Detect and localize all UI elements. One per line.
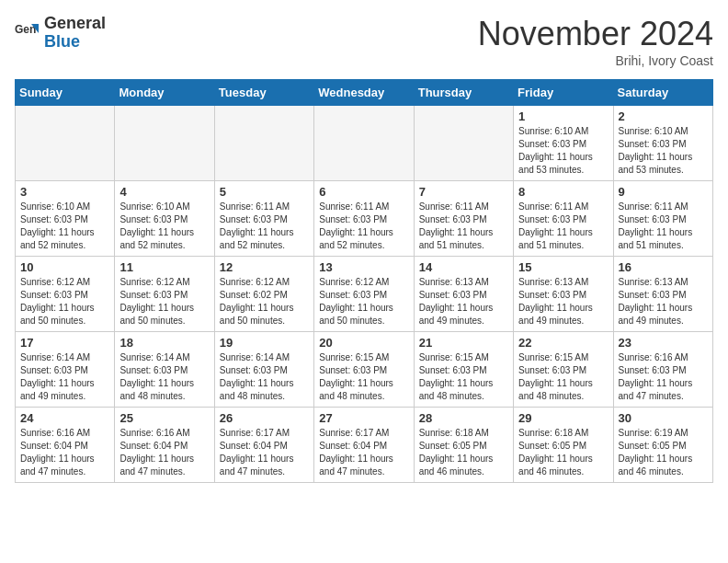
calendar-cell: 30Sunrise: 6:19 AMSunset: 6:05 PMDayligh…: [613, 408, 712, 483]
calendar-cell: 3Sunrise: 6:10 AMSunset: 6:03 PMDaylight…: [16, 181, 115, 257]
calendar-cell: [16, 106, 115, 181]
logo: Gen General Blue: [15, 15, 106, 52]
day-info: Sunrise: 6:16 AMSunset: 6:03 PMDaylight:…: [619, 351, 708, 403]
day-number: 15: [518, 260, 608, 274]
calendar-cell: [115, 106, 214, 181]
day-number: 27: [319, 411, 408, 425]
day-info: Sunrise: 6:11 AMSunset: 6:03 PMDaylight:…: [220, 201, 309, 252]
day-number: 6: [319, 185, 408, 199]
day-number: 25: [119, 411, 209, 425]
day-number: 20: [319, 336, 408, 350]
day-number: 22: [518, 336, 608, 350]
calendar-cell: 26Sunrise: 6:17 AMSunset: 6:04 PMDayligh…: [214, 408, 313, 483]
weekday-header: Saturday: [613, 80, 712, 106]
calendar-cell: 2Sunrise: 6:10 AMSunset: 6:03 PMDaylight…: [613, 106, 712, 181]
location: Brihi, Ivory Coast: [478, 53, 713, 68]
calendar-table: SundayMondayTuesdayWednesdayThursdayFrid…: [15, 79, 713, 483]
calendar-cell: 12Sunrise: 6:12 AMSunset: 6:02 PMDayligh…: [214, 257, 313, 332]
day-info: Sunrise: 6:13 AMSunset: 6:03 PMDaylight:…: [619, 276, 708, 327]
day-number: 4: [119, 185, 209, 199]
calendar-cell: 7Sunrise: 6:11 AMSunset: 6:03 PMDaylight…: [414, 181, 513, 257]
calendar-cell: 4Sunrise: 6:10 AMSunset: 6:03 PMDaylight…: [115, 181, 214, 257]
day-info: Sunrise: 6:13 AMSunset: 6:03 PMDaylight:…: [518, 276, 608, 327]
day-number: 29: [518, 411, 608, 425]
day-number: 5: [220, 185, 309, 199]
day-info: Sunrise: 6:15 AMSunset: 6:03 PMDaylight:…: [319, 351, 408, 403]
day-number: 1: [518, 109, 608, 123]
calendar-week-row: 1Sunrise: 6:10 AMSunset: 6:03 PMDaylight…: [16, 106, 713, 181]
day-number: 16: [619, 260, 708, 274]
calendar-week-row: 24Sunrise: 6:16 AMSunset: 6:04 PMDayligh…: [16, 408, 713, 483]
day-info: Sunrise: 6:10 AMSunset: 6:03 PMDaylight:…: [518, 125, 608, 177]
calendar-cell: 18Sunrise: 6:14 AMSunset: 6:03 PMDayligh…: [115, 332, 214, 408]
day-info: Sunrise: 6:18 AMSunset: 6:05 PMDaylight:…: [419, 427, 508, 478]
day-info: Sunrise: 6:10 AMSunset: 6:03 PMDaylight:…: [20, 201, 109, 252]
calendar-cell: 8Sunrise: 6:11 AMSunset: 6:03 PMDaylight…: [514, 181, 613, 257]
calendar-cell: 23Sunrise: 6:16 AMSunset: 6:03 PMDayligh…: [613, 332, 712, 408]
month-title: November 2024: [478, 15, 713, 53]
calendar-cell: 11Sunrise: 6:12 AMSunset: 6:03 PMDayligh…: [115, 257, 214, 332]
day-info: Sunrise: 6:12 AMSunset: 6:02 PMDaylight:…: [220, 276, 309, 327]
day-number: 30: [619, 411, 708, 425]
calendar-cell: 29Sunrise: 6:18 AMSunset: 6:05 PMDayligh…: [514, 408, 613, 483]
calendar-cell: 5Sunrise: 6:11 AMSunset: 6:03 PMDaylight…: [214, 181, 313, 257]
day-info: Sunrise: 6:12 AMSunset: 6:03 PMDaylight:…: [319, 276, 408, 327]
calendar-cell: 9Sunrise: 6:11 AMSunset: 6:03 PMDaylight…: [613, 181, 712, 257]
calendar-cell: 25Sunrise: 6:16 AMSunset: 6:04 PMDayligh…: [115, 408, 214, 483]
day-number: 8: [518, 185, 608, 199]
calendar-cell: 27Sunrise: 6:17 AMSunset: 6:04 PMDayligh…: [314, 408, 414, 483]
day-info: Sunrise: 6:14 AMSunset: 6:03 PMDaylight:…: [20, 351, 109, 403]
day-number: 2: [619, 109, 708, 123]
logo-general: General: [44, 14, 106, 32]
day-info: Sunrise: 6:15 AMSunset: 6:03 PMDaylight:…: [419, 351, 508, 403]
day-number: 19: [220, 336, 309, 350]
calendar-cell: 14Sunrise: 6:13 AMSunset: 6:03 PMDayligh…: [414, 257, 513, 332]
day-info: Sunrise: 6:15 AMSunset: 6:03 PMDaylight:…: [518, 351, 608, 403]
weekday-header: Friday: [514, 80, 613, 106]
calendar-cell: 19Sunrise: 6:14 AMSunset: 6:03 PMDayligh…: [214, 332, 313, 408]
calendar-cell: 13Sunrise: 6:12 AMSunset: 6:03 PMDayligh…: [314, 257, 414, 332]
day-info: Sunrise: 6:19 AMSunset: 6:05 PMDaylight:…: [619, 427, 708, 478]
day-info: Sunrise: 6:14 AMSunset: 6:03 PMDaylight:…: [119, 351, 209, 403]
day-info: Sunrise: 6:11 AMSunset: 6:03 PMDaylight:…: [319, 201, 408, 252]
day-info: Sunrise: 6:11 AMSunset: 6:03 PMDaylight:…: [518, 201, 608, 252]
calendar-cell: 17Sunrise: 6:14 AMSunset: 6:03 PMDayligh…: [16, 332, 115, 408]
day-info: Sunrise: 6:17 AMSunset: 6:04 PMDaylight:…: [319, 427, 408, 478]
weekday-header: Wednesday: [314, 80, 414, 106]
title-section: November 2024 Brihi, Ivory Coast: [478, 15, 713, 68]
day-number: 11: [119, 260, 209, 274]
calendar-cell: 22Sunrise: 6:15 AMSunset: 6:03 PMDayligh…: [514, 332, 613, 408]
day-number: 14: [419, 260, 508, 274]
day-info: Sunrise: 6:17 AMSunset: 6:04 PMDaylight:…: [220, 427, 309, 478]
weekday-header: Sunday: [16, 80, 115, 106]
weekday-header: Tuesday: [214, 80, 313, 106]
day-info: Sunrise: 6:13 AMSunset: 6:03 PMDaylight:…: [419, 276, 508, 327]
calendar-week-row: 17Sunrise: 6:14 AMSunset: 6:03 PMDayligh…: [16, 332, 713, 408]
day-info: Sunrise: 6:10 AMSunset: 6:03 PMDaylight:…: [619, 125, 708, 177]
logo-blue: Blue: [44, 32, 80, 51]
calendar-cell: 10Sunrise: 6:12 AMSunset: 6:03 PMDayligh…: [16, 257, 115, 332]
calendar-cell: [314, 106, 414, 181]
day-number: 18: [119, 336, 209, 350]
day-info: Sunrise: 6:11 AMSunset: 6:03 PMDaylight:…: [419, 201, 508, 252]
calendar-cell: 1Sunrise: 6:10 AMSunset: 6:03 PMDaylight…: [514, 106, 613, 181]
day-number: 24: [20, 411, 109, 425]
day-info: Sunrise: 6:16 AMSunset: 6:04 PMDaylight:…: [119, 427, 209, 478]
day-info: Sunrise: 6:18 AMSunset: 6:05 PMDaylight:…: [518, 427, 608, 478]
day-info: Sunrise: 6:12 AMSunset: 6:03 PMDaylight:…: [20, 276, 109, 327]
day-info: Sunrise: 6:16 AMSunset: 6:04 PMDaylight:…: [20, 427, 109, 478]
calendar-week-row: 3Sunrise: 6:10 AMSunset: 6:03 PMDaylight…: [16, 181, 713, 257]
calendar-cell: [414, 106, 513, 181]
calendar-cell: 6Sunrise: 6:11 AMSunset: 6:03 PMDaylight…: [314, 181, 414, 257]
day-number: 26: [220, 411, 309, 425]
calendar-week-row: 10Sunrise: 6:12 AMSunset: 6:03 PMDayligh…: [16, 257, 713, 332]
calendar-header-row: SundayMondayTuesdayWednesdayThursdayFrid…: [16, 80, 713, 106]
weekday-header: Monday: [115, 80, 214, 106]
calendar-cell: 15Sunrise: 6:13 AMSunset: 6:03 PMDayligh…: [514, 257, 613, 332]
calendar-cell: 24Sunrise: 6:16 AMSunset: 6:04 PMDayligh…: [16, 408, 115, 483]
calendar-cell: 16Sunrise: 6:13 AMSunset: 6:03 PMDayligh…: [613, 257, 712, 332]
day-number: 28: [419, 411, 508, 425]
day-number: 10: [20, 260, 109, 274]
day-number: 7: [419, 185, 508, 199]
page-header: Gen General Blue November 2024 Brihi, Iv…: [15, 15, 713, 68]
